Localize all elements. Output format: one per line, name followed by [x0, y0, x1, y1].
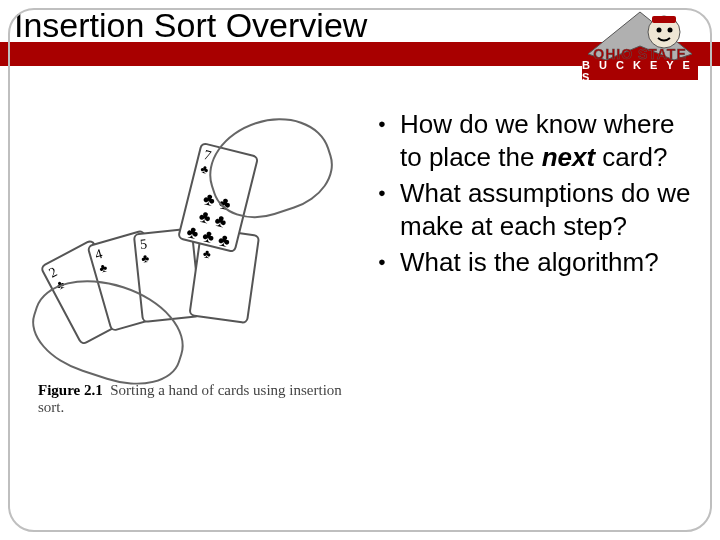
slide-border: [8, 8, 712, 532]
slide: Insertion Sort Overview B U C K E Y E S …: [0, 0, 720, 540]
